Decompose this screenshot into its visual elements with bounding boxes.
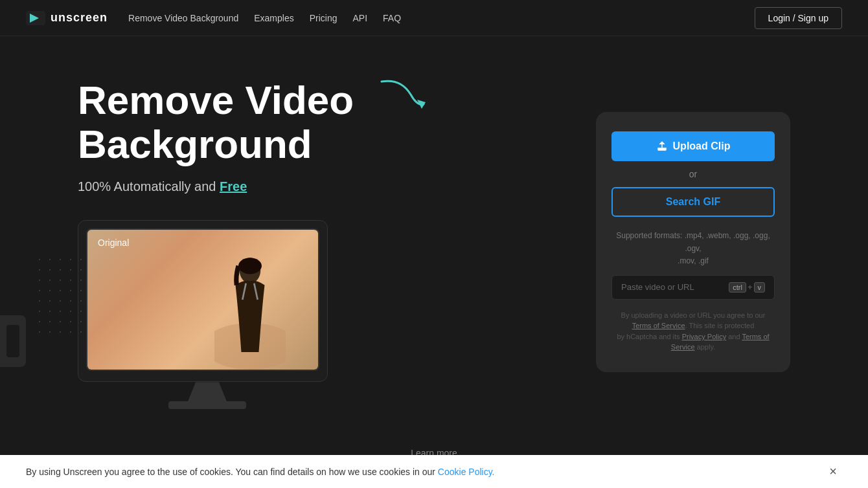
- supported-formats-text: Supported formats: .mp4, .webm, .ogg, .o…: [611, 230, 775, 267]
- logo-text: unscreen: [51, 11, 108, 25]
- login-button[interactable]: Login / Sign up: [755, 7, 842, 29]
- monitor-illustration: Original: [78, 220, 337, 409]
- upload-panel-container: Upload Clip or Search GIF Supported form…: [596, 112, 790, 372]
- terms-link[interactable]: Terms of Service: [632, 322, 685, 329]
- nav-faq[interactable]: FAQ: [383, 13, 401, 23]
- monitor-label: Original: [98, 238, 129, 248]
- arrow-icon: [375, 75, 433, 114]
- kbd-ctrl: ctrl: [729, 282, 746, 293]
- paste-url-label: Paste video or URL: [621, 282, 694, 292]
- or-label: or: [689, 169, 697, 179]
- cookie-policy-link[interactable]: Cookie Policy.: [438, 467, 495, 477]
- hero-left: Remove Video Background 100% Automatical…: [78, 75, 453, 409]
- privacy-link[interactable]: Privacy Policy: [682, 333, 726, 340]
- hero-title-line1: Remove Video: [78, 78, 354, 122]
- hero-subtitle: 100% Automatically and Free: [78, 179, 453, 194]
- logo-icon: [26, 11, 45, 25]
- kbd-v: v: [754, 282, 766, 293]
- monitor-stand: [188, 382, 227, 401]
- terms-text: By uploading a video or URL you agree to…: [611, 310, 775, 353]
- cookie-bar: By using Unscreen you agree to the use o…: [0, 455, 868, 488]
- nav-pricing[interactable]: Pricing: [310, 13, 337, 23]
- upload-clip-button[interactable]: Upload Clip: [611, 131, 775, 161]
- hero-title-line2: Background: [78, 122, 312, 166]
- monitor-screen: Original: [86, 228, 319, 371]
- nav-remove-video-bg[interactable]: Remove Video Background: [128, 13, 238, 23]
- nav-api[interactable]: API: [353, 13, 368, 23]
- paste-url-row[interactable]: Paste video or URL ctrl + v: [611, 275, 775, 300]
- navbar: unscreen Remove Video Background Example…: [0, 0, 868, 36]
- hero-free-text: Free: [220, 179, 247, 194]
- cookie-text: By using Unscreen you agree to the use o…: [26, 467, 495, 477]
- nav-links: Remove Video Background Examples Pricing…: [128, 12, 401, 24]
- logo[interactable]: unscreen: [26, 11, 108, 25]
- upload-panel: Upload Clip or Search GIF Supported form…: [596, 112, 790, 372]
- cookie-close-button[interactable]: ×: [824, 464, 842, 479]
- hero-title: Remove Video Background: [78, 75, 453, 166]
- upload-icon: [656, 140, 668, 152]
- monitor-base: [168, 401, 246, 409]
- hero-section: Remove Video Background 100% Automatical…: [0, 36, 868, 435]
- search-gif-button[interactable]: Search GIF: [611, 187, 775, 217]
- svg-point-5: [238, 258, 262, 274]
- plus-sign: +: [748, 282, 753, 292]
- nav-examples[interactable]: Examples: [254, 13, 293, 23]
- person-silhouette: [214, 253, 286, 370]
